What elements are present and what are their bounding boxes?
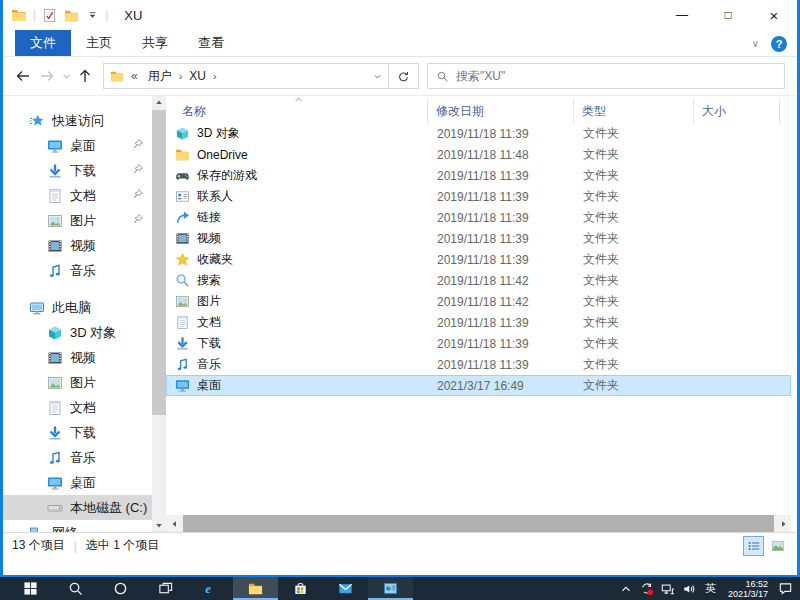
sidebar-item-qa-videos[interactable]: 视频 [3,233,152,258]
minimize-button[interactable]: — [659,0,705,30]
scrollbar-thumb[interactable] [183,515,774,532]
video-icon [175,231,190,246]
file-row-onedrive[interactable]: OneDrive2019/11/18 11:48文件夹 [166,144,791,165]
horizontal-scrollbar[interactable] [166,515,791,532]
file-row-videos[interactable]: 视频2019/11/18 11:39文件夹 [166,228,791,249]
expand-ribbon-icon[interactable]: ∨ [752,38,759,49]
scrollbar-thumb[interactable] [152,110,166,415]
taskbar-button-system-app[interactable] [368,577,413,600]
desktop-icon [47,138,63,154]
search-input[interactable] [456,69,776,83]
column-header-size[interactable]: 大小 [694,99,780,123]
breadcrumb-separator[interactable]: › [213,70,217,82]
scroll-left-icon[interactable] [166,515,183,532]
tab-share[interactable]: 共享 [127,30,183,56]
qat-customize-button[interactable] [86,9,99,22]
sidebar-item-qa-downloads[interactable]: 下载 [3,158,152,183]
picture-icon [175,294,190,309]
file-type: 文件夹 [575,251,695,268]
svg-text:e: e [205,581,211,596]
file-row-saved-games[interactable]: 保存的游戏2019/11/18 11:39文件夹 [166,165,791,186]
sidebar-item-label: 图片 [70,374,96,392]
qat-properties-button[interactable] [42,8,57,23]
sidebar-item-pictures[interactable]: 图片 [3,370,152,395]
scrollbar-track[interactable] [152,415,166,518]
up-button[interactable] [73,63,97,89]
maximize-button[interactable]: □ [705,0,751,30]
sidebar-item-this-pc[interactable]: 此电脑 [3,295,152,320]
tray-ime[interactable]: 英 [700,577,721,600]
taskbar-apps: e [8,577,413,600]
file-name-cell: 3D 对象 [167,125,429,142]
file-row-contacts[interactable]: 联系人2019/11/18 11:39文件夹 [166,186,791,207]
file-row-3d-objects[interactable]: 3D 对象2019/11/18 11:39文件夹 [166,123,791,144]
sidebar-item-videos[interactable]: 视频 [3,345,152,370]
taskbar-button-search[interactable] [53,577,98,600]
file-row-pictures[interactable]: 图片2019/11/18 11:42文件夹 [166,291,791,312]
address-box[interactable]: « 用户›XU› [103,63,419,89]
file-row-documents[interactable]: 文档2019/11/18 11:39文件夹 [166,312,791,333]
column-header-date-modified[interactable]: 修改日期 [428,99,574,123]
file-row-links[interactable]: 链接2019/11/18 11:39文件夹 [166,207,791,228]
file-row-desktop[interactable]: 桌面2021/3/17 16:49文件夹 [166,375,791,396]
taskbar-button-edge[interactable]: e [188,577,233,600]
file-row-searches[interactable]: 搜索2019/11/18 11:42文件夹 [166,270,791,291]
file-name: 视频 [197,230,221,247]
tray-network-icon[interactable] [658,577,679,600]
tray-volume-icon[interactable] [679,577,700,600]
tab-home[interactable]: 主页 [71,30,127,56]
back-button[interactable] [11,63,35,89]
file-type: 文件夹 [575,314,695,331]
taskbar-button-start[interactable] [8,577,53,600]
sidebar-item-documents[interactable]: 文档 [3,395,152,420]
file-date: 2019/11/18 11:39 [429,253,575,267]
sidebar-item-quick-access[interactable]: 快速访问 [3,108,152,133]
tab-view[interactable]: 查看 [183,30,239,56]
column-header-type[interactable]: 类型 [574,99,694,123]
sidebar-item-network[interactable]: 网络 [3,520,152,532]
scroll-right-icon[interactable] [774,515,791,532]
pin-icon [132,188,144,200]
search-box[interactable] [427,63,785,89]
sidebar-item-music[interactable]: 音乐 [3,445,152,470]
taskbar-button-store[interactable] [278,577,323,600]
taskbar-button-mail[interactable] [323,577,368,600]
help-button[interactable]: ? [771,36,787,52]
scroll-up-icon[interactable] [152,96,166,110]
tray-hidden-icons-icon[interactable] [616,577,637,600]
taskbar: e 英 16:52 2021/3/17 [0,577,800,600]
taskbar-button-file-explorer[interactable] [233,577,278,600]
close-button[interactable]: × [751,0,797,30]
taskbar-button-task-view[interactable] [143,577,188,600]
qat-new-folder-button[interactable] [64,8,79,23]
details-view-button[interactable] [743,536,764,556]
sidebar-item-label: 图片 [70,212,96,230]
tab-file[interactable]: 文件 [15,30,71,56]
taskbar-button-cortana[interactable] [98,577,143,600]
sidebar-item-desktop[interactable]: 桌面 [3,470,152,495]
breadcrumb-overflow[interactable]: « [128,69,141,83]
file-row-music[interactable]: 音乐2019/11/18 11:39文件夹 [166,354,791,375]
sidebar-item-qa-music[interactable]: 音乐 [3,258,152,283]
forward-button[interactable] [35,63,59,89]
clock[interactable]: 16:52 2021/3/17 [721,578,775,599]
sidebar-item-qa-desktop[interactable]: 桌面 [3,133,152,158]
history-dropdown-icon[interactable] [59,63,73,89]
sidebar-item-local-disk-c[interactable]: 本地磁盘 (C:) [3,495,152,520]
window-controls: — □ × [659,0,797,30]
refresh-button[interactable] [389,70,418,83]
sidebar-item-downloads[interactable]: 下载 [3,420,152,445]
file-row-favorites[interactable]: 收藏夹2019/11/18 11:39文件夹 [166,249,791,270]
action-center-icon[interactable] [775,577,796,600]
file-row-downloads[interactable]: 下载2019/11/18 11:39文件夹 [166,333,791,354]
breadcrumb-segment-users[interactable]: 用户 [141,68,179,85]
sidebar-item-qa-documents[interactable]: 文档 [3,183,152,208]
sidebar-item-3d-objects[interactable]: 3D 对象 [3,320,152,345]
tray-sync-alert-icon[interactable] [637,577,658,600]
sidebar-item-qa-pictures[interactable]: 图片 [3,208,152,233]
scroll-down-icon[interactable] [152,518,166,532]
breadcrumb-segment-xu[interactable]: XU [182,69,213,83]
thumbnail-view-button[interactable] [767,536,788,556]
sidebar-scrollbar[interactable] [152,96,166,532]
address-dropdown-icon[interactable] [366,72,388,81]
